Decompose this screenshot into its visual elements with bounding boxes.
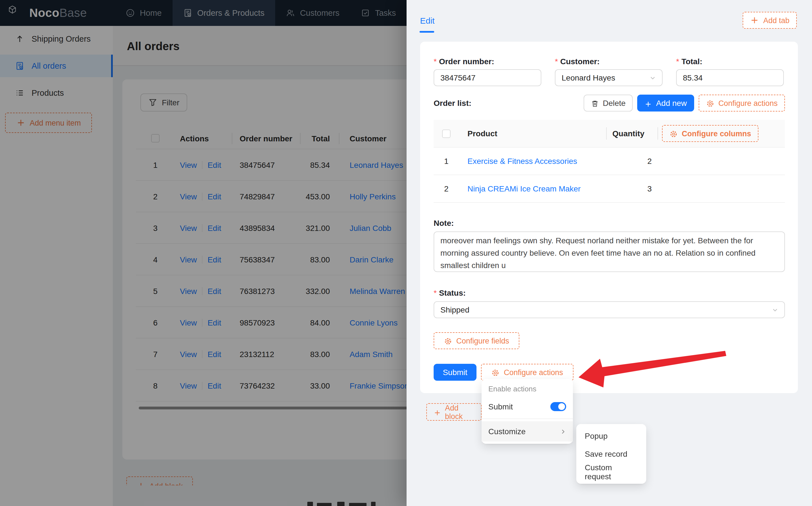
note-textarea[interactable]: moreover man feelings own shy. Request n…	[433, 232, 785, 272]
required-mark	[555, 57, 560, 66]
plus-icon	[645, 99, 652, 107]
required-mark	[676, 57, 681, 66]
add-new-button[interactable]: Add new	[637, 95, 694, 111]
field-total: Total: 85.34	[676, 56, 784, 86]
menu-group-label: Enable actions	[482, 382, 573, 397]
product-cell: Exercise & Fitness Accessories	[459, 157, 607, 166]
order-number-input[interactable]: 38475647	[433, 69, 541, 86]
order-list-label: Order list:	[433, 98, 471, 107]
gear-icon	[669, 129, 678, 138]
row-index: 2	[433, 184, 459, 193]
field-order-number: Order number: 38475647	[433, 56, 541, 86]
status-label: Status:	[433, 288, 785, 298]
select-all-checkbox[interactable]	[442, 129, 451, 138]
gear-icon	[491, 368, 500, 376]
add-block-button[interactable]: Add block	[426, 403, 482, 421]
total-input[interactable]: 85.34	[676, 69, 784, 86]
app-root: NocoBase Home Orders & Products Customer…	[0, 0, 812, 506]
product-cell: Ninja CREAMi Ice Cream Maker	[459, 184, 607, 193]
product-link[interactable]: Ninja CREAMi Ice Cream Maker	[467, 184, 581, 193]
order-list-table: Product Quantity Configure columns 1 Exe…	[433, 120, 785, 203]
form-fields-row: Order number: 38475647 Customer: Leonard…	[433, 56, 785, 86]
order-list-body: 1 Exercise & Fitness Accessories 2 2 Nin…	[433, 148, 785, 202]
header-quantity: Quantity	[607, 129, 658, 138]
menu-item-submit[interactable]: Submit	[482, 397, 573, 416]
submenu-item-popup[interactable]: Popup	[579, 427, 644, 445]
status-select[interactable]: Shipped	[433, 301, 785, 318]
order-list-row: 1 Exercise & Fitness Accessories 2	[433, 148, 785, 175]
submit-toggle[interactable]	[550, 402, 566, 411]
header-product: Product	[459, 129, 607, 138]
note-label: Note:	[433, 218, 785, 228]
edit-drawer: Edit Add tab Order number: 38475647 Cust…	[407, 0, 812, 506]
customer-select[interactable]: Leonard Hayes	[555, 69, 663, 86]
configure-columns-button[interactable]: Configure columns	[662, 125, 758, 142]
chevron-down-icon	[650, 75, 656, 81]
configure-actions-menu: Enable actions Submit Customize	[482, 379, 573, 444]
plus-icon	[433, 408, 441, 416]
gear-icon	[706, 99, 715, 107]
menu-divider	[482, 418, 573, 419]
order-list-header: Product Quantity Configure columns	[433, 120, 785, 148]
trash-icon	[591, 99, 599, 107]
customize-submenu: PopupSave recordCustom request	[576, 424, 646, 484]
submenu-item-save-record[interactable]: Save record	[579, 445, 644, 463]
quantity-cell: 3	[607, 184, 658, 193]
row-index: 1	[433, 157, 459, 166]
submit-button[interactable]: Submit	[433, 364, 476, 381]
chevron-right-icon	[560, 428, 566, 434]
configure-fields-button[interactable]: Configure fields	[433, 332, 519, 349]
edit-form-card: Order number: 38475647 Customer: Leonard…	[420, 42, 798, 393]
field-customer: Customer: Leonard Hayes	[555, 56, 663, 86]
form-actions-row: Submit Configure actions	[433, 364, 785, 381]
gear-icon	[444, 336, 452, 345]
add-tab-button[interactable]: Add tab	[743, 12, 797, 29]
required-mark	[433, 57, 439, 66]
chevron-down-icon	[772, 307, 778, 313]
submenu-item-custom-request[interactable]: Custom request	[579, 463, 644, 481]
order-list-row: 2 Ninja CREAMi Ice Cream Maker 3	[433, 175, 785, 202]
menu-item-customize[interactable]: Customize	[482, 421, 573, 441]
configure-actions-button-orderlist[interactable]: Configure actions	[699, 95, 785, 111]
plus-icon	[750, 16, 759, 25]
tab-edit[interactable]: Edit	[420, 16, 435, 25]
header-configure-cell: Configure columns	[658, 125, 785, 142]
delete-button[interactable]: Delete	[584, 95, 633, 111]
quantity-cell: 2	[607, 157, 658, 166]
header-checkbox-cell	[433, 129, 459, 138]
product-link[interactable]: Exercise & Fitness Accessories	[467, 157, 577, 166]
tab-ink-bar	[419, 31, 434, 33]
configure-actions-button[interactable]: Configure actions	[481, 364, 573, 381]
order-list-toolbar: Order list: Delete Add new Configure act…	[433, 95, 785, 111]
required-mark	[433, 288, 439, 298]
